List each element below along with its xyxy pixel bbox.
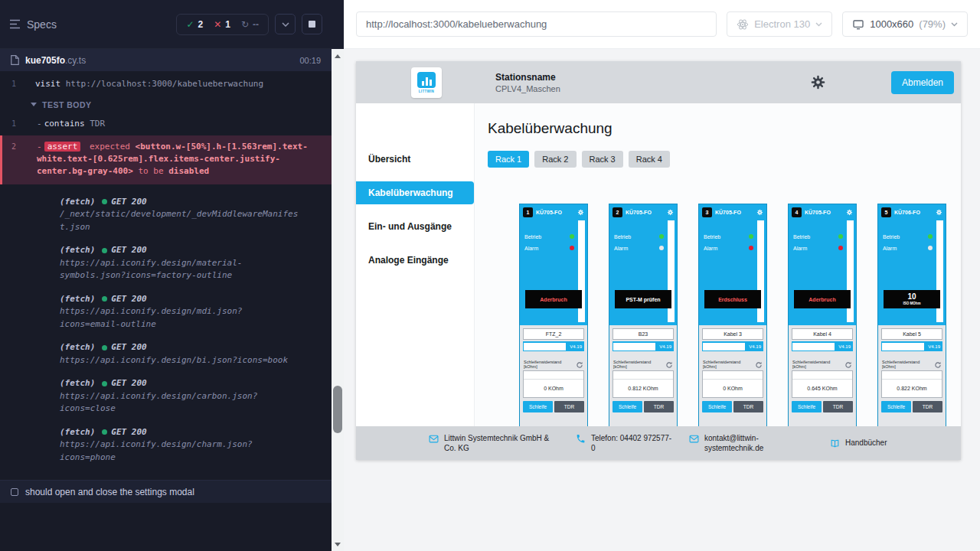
browser-selector[interactable]: Electron 130 bbox=[727, 11, 832, 37]
card-number: 3 bbox=[702, 207, 712, 217]
betrieb-row: Betrieb bbox=[609, 233, 677, 240]
screen: Specs ✓2 ✕1 ↻-- kue705fo.cy.ts 00:19 bbox=[0, 0, 980, 551]
scroll-up-arrow[interactable] bbox=[332, 51, 344, 61]
command-method: contains bbox=[44, 119, 85, 129]
tdr-button[interactable]: TDR bbox=[733, 401, 763, 412]
network-log-entry[interactable]: (fetch)GET 200/_next/static/development/… bbox=[0, 191, 332, 240]
command-number: 1 bbox=[0, 118, 23, 130]
electron-icon bbox=[737, 18, 749, 31]
fetch-url: https://api.iconify.design/material-symb… bbox=[60, 257, 301, 282]
cross-icon: ✕ bbox=[214, 19, 221, 30]
value-box-top bbox=[524, 371, 583, 380]
card-gear-icon[interactable] bbox=[756, 209, 763, 216]
check-icon: ✓ bbox=[186, 19, 194, 30]
card-gear-icon[interactable] bbox=[846, 209, 853, 216]
cypress-reporter: Specs ✓2 ✕1 ↻-- kue705fo.cy.ts 00:19 bbox=[0, 0, 332, 551]
cable-name-field[interactable]: FTZ_2 bbox=[523, 328, 584, 340]
rack-tab[interactable]: Rack 1 bbox=[488, 151, 529, 168]
betrieb-row: Betrieb bbox=[878, 233, 946, 240]
resistance-value-box: 0.812 KOhm bbox=[612, 370, 674, 398]
settings-gear-icon[interactable] bbox=[810, 74, 826, 90]
stop-button[interactable] bbox=[302, 14, 322, 34]
app-under-test: LITTWIN Stationsname CPLV4_Maschen Abmel… bbox=[356, 61, 961, 460]
schleife-button[interactable]: Schleife bbox=[881, 401, 911, 412]
refresh-icon[interactable] bbox=[665, 361, 673, 369]
network-log-entry[interactable]: (fetch)GET 200https://api.iconify.design… bbox=[0, 421, 332, 470]
refresh-icon[interactable] bbox=[934, 361, 942, 369]
command-visit[interactable]: 1 visit http://localhost:3000/kabelueber… bbox=[0, 76, 332, 93]
nav-item[interactable]: Kabelüberwachung bbox=[356, 181, 474, 204]
reporter-scrollbar[interactable] bbox=[332, 0, 344, 551]
network-log-entry[interactable]: (fetch)GET 200https://api.iconify.design… bbox=[0, 288, 332, 337]
rack-tab[interactable]: Rack 3 bbox=[582, 151, 623, 168]
cable-name-field[interactable]: Kabel 3 bbox=[702, 328, 763, 340]
tdr-button[interactable]: TDR bbox=[554, 401, 584, 412]
test-stats: ✓2 ✕1 ↻-- bbox=[176, 14, 269, 35]
fetch-status: GET 200 bbox=[111, 293, 146, 306]
card-model: KÜ705-FO bbox=[536, 210, 574, 215]
scrollbar-track[interactable] bbox=[332, 49, 344, 551]
assert-tobe: to be bbox=[138, 166, 163, 176]
success-dot-icon bbox=[102, 381, 107, 386]
station-value: CPLV4_Maschen bbox=[495, 84, 560, 93]
nav-item[interactable]: Analoge Eingänge bbox=[356, 249, 474, 272]
pending-test[interactable]: should open and close the settings modal bbox=[0, 480, 332, 503]
command-assert-failed[interactable]: 2 -assert expected <button.w-[50%].h-[1.… bbox=[0, 135, 332, 184]
resistance-label: Schleifenwiderstand [kOhm] bbox=[524, 360, 576, 369]
rack-tab[interactable]: Rack 2 bbox=[534, 151, 576, 168]
command-contains[interactable]: 1 -contains TDR bbox=[0, 116, 332, 132]
resistance-value: 0 KOhm bbox=[703, 380, 763, 397]
specs-list-icon bbox=[9, 19, 21, 29]
tdr-button[interactable]: TDR bbox=[913, 401, 942, 412]
fetch-status: GET 200 bbox=[111, 377, 146, 390]
card-gear-icon[interactable] bbox=[936, 209, 942, 216]
schleife-button[interactable]: Schleife bbox=[523, 401, 553, 412]
fetch-badge: (fetch) bbox=[60, 244, 95, 257]
resistance-value: 0 KOhm bbox=[524, 380, 583, 397]
stat-pending: ↻-- bbox=[241, 19, 259, 30]
device-card: 3KÜ705-FOBetriebAlarmErdschlussKabel 3V4… bbox=[698, 204, 767, 433]
network-log-entry[interactable]: (fetch)GET 200https://api.iconify.design… bbox=[0, 372, 332, 421]
schleife-button[interactable]: Schleife bbox=[612, 401, 642, 412]
test-body-header[interactable]: TEST BODY bbox=[0, 93, 332, 116]
footer-item: Handbücher bbox=[830, 438, 887, 448]
version-row: V4.19 bbox=[702, 341, 763, 351]
alarm-row: Alarm bbox=[520, 245, 587, 251]
app-footer: Littwin Systemtechnik GmbH & Co. KGTelef… bbox=[356, 426, 961, 460]
alarm-row: Alarm bbox=[789, 245, 856, 251]
cable-name-field[interactable]: Kabel 4 bbox=[792, 328, 853, 340]
betrieb-row: Betrieb bbox=[520, 233, 587, 240]
value-box-top bbox=[792, 371, 852, 380]
refresh-icon[interactable] bbox=[844, 361, 852, 369]
schleife-button[interactable]: Schleife bbox=[702, 401, 732, 412]
scroll-thumb[interactable] bbox=[333, 386, 342, 433]
collapse-runs-button[interactable] bbox=[275, 14, 296, 34]
tdr-button[interactable]: TDR bbox=[823, 401, 853, 412]
nav-item[interactable]: Übersicht bbox=[356, 148, 474, 171]
specs-menu[interactable]: Specs bbox=[9, 18, 57, 31]
card-gear-icon[interactable] bbox=[667, 209, 674, 216]
url-bar[interactable]: http://localhost:3000/kabelueberwachung bbox=[356, 11, 717, 37]
spec-header[interactable]: kue705fo.cy.ts 00:19 bbox=[0, 49, 332, 71]
command-log: 1 visit http://localhost:3000/kabelueber… bbox=[0, 71, 332, 551]
viewport-selector[interactable]: 1000x660 (79%) bbox=[842, 11, 968, 37]
logout-button[interactable]: Abmelden bbox=[891, 71, 954, 94]
tdr-button[interactable]: TDR bbox=[644, 401, 674, 412]
card-gear-icon[interactable] bbox=[577, 209, 584, 216]
betrieb-led bbox=[570, 234, 574, 239]
cable-name-field[interactable]: Kabel 5 bbox=[881, 328, 942, 340]
fetch-url: https://api.iconify.design/carbon.json?i… bbox=[60, 390, 301, 416]
refresh-icon[interactable] bbox=[576, 361, 583, 369]
network-log-entry[interactable]: (fetch)GET 200https://api.iconify.design… bbox=[0, 239, 332, 288]
alarm-label: Alarm bbox=[704, 246, 717, 251]
network-log-entry[interactable]: (fetch)GET 200https://api.iconify.design… bbox=[0, 336, 332, 372]
rack-tab[interactable]: Rack 4 bbox=[629, 151, 670, 168]
version-row: V4.19 bbox=[612, 341, 674, 351]
refresh-icon[interactable] bbox=[755, 361, 763, 369]
schleife-button[interactable]: Schleife bbox=[792, 401, 822, 412]
nav-item[interactable]: Ein- und Ausgänge bbox=[356, 215, 474, 238]
status-text: Aderbruch bbox=[808, 297, 835, 302]
cable-name-field[interactable]: B23 bbox=[612, 328, 674, 340]
failed-count: 1 bbox=[225, 19, 230, 30]
scroll-down-arrow[interactable] bbox=[332, 539, 344, 549]
